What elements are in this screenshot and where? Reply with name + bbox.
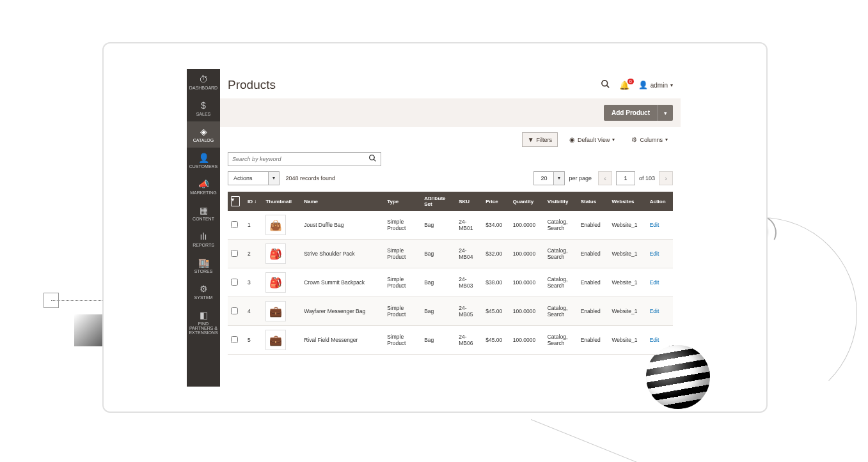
cell-sku: 24-MB03 (455, 268, 482, 297)
edit-link[interactable]: Edit (650, 222, 659, 228)
search-submit-icon[interactable] (365, 154, 381, 164)
cell-quantity: 100.0000 (510, 326, 544, 355)
default-view-button[interactable]: ◉ Default View ▾ (564, 133, 620, 146)
th-websites[interactable]: Websites (608, 192, 646, 211)
filters-label: Filters (537, 137, 553, 143)
edit-link[interactable]: Edit (650, 337, 659, 343)
th-status[interactable]: Status (578, 192, 609, 211)
cell-id: 2 (244, 240, 262, 268)
notifications-icon[interactable]: 🔔0 (619, 81, 629, 90)
sidebar-item-marketing[interactable]: 📣MARKETING (187, 174, 220, 200)
edit-link[interactable]: Edit (650, 308, 659, 314)
table-row[interactable]: 4💼Wayfarer Messenger BagSimple ProductBa… (228, 297, 673, 326)
table-row[interactable]: 2🎒Strive Shoulder PackSimple ProductBag2… (228, 240, 673, 268)
sidebar-label: CONTENT (193, 217, 214, 221)
bulk-actions-select[interactable]: Actions ▾ (228, 171, 280, 185)
next-page-button[interactable]: › (659, 171, 673, 185)
cell-status: Enabled (578, 326, 609, 355)
sidebar-item-sales[interactable]: $SALES (187, 95, 220, 121)
prev-page-button[interactable]: ‹ (598, 171, 612, 185)
row-checkbox[interactable] (231, 336, 238, 343)
sidebar-item-system[interactable]: ⚙SYSTEM (187, 279, 220, 305)
cell-attribute-set: Bag (421, 297, 455, 326)
cell-type: Simple Product (384, 326, 421, 355)
cell-quantity: 100.0000 (510, 297, 544, 326)
sidebar-label: MARKETING (190, 190, 217, 195)
th-thumbnail[interactable]: Thumbnail (262, 192, 301, 211)
columns-button[interactable]: ⚙ Columns ▾ (626, 133, 673, 146)
stage: ⏱DASHBOARD$SALES◈CATALOG👤CUSTOMERS📣MARKE… (0, 0, 868, 462)
sidebar-icon: 👤 (188, 153, 219, 163)
th-visibility[interactable]: Visibility (544, 192, 578, 211)
caret-down-icon: ▾ (612, 137, 615, 142)
edit-link[interactable]: Edit (650, 279, 659, 286)
per-page-label: per page (569, 175, 592, 181)
grid-toolbar: ▼ Filters ◉ Default View ▾ ⚙ Columns ▾ (220, 127, 681, 152)
svg-line-1 (606, 85, 609, 88)
cell-price: $38.00 (482, 268, 510, 297)
cell-visibility: Catalog, Search (544, 326, 578, 355)
edit-link[interactable]: Edit (650, 250, 659, 257)
cell-attribute-set: Bag (421, 240, 455, 268)
product-thumbnail: 💼 (265, 301, 286, 321)
per-page-select[interactable]: 20 ▾ (533, 171, 565, 185)
sidebar-label: FIND PARTNERS & EXTENSIONS (189, 321, 217, 335)
add-product-button[interactable]: Add Product (604, 105, 658, 121)
cell-name: Joust Duffle Bag (301, 211, 384, 240)
row-checkbox[interactable] (231, 250, 238, 257)
sidebar-item-stores[interactable]: 🏬STORES (187, 252, 220, 279)
row-checkbox[interactable] (231, 221, 238, 228)
cell-visibility: Catalog, Search (544, 211, 578, 240)
search-row (220, 152, 681, 171)
th-action[interactable]: Action (647, 192, 673, 211)
cell-name: Crown Summit Backpack (301, 268, 384, 297)
sidebar-item-catalog[interactable]: ◈CATALOG (187, 121, 220, 148)
th-price[interactable]: Price (482, 192, 510, 211)
sidebar-icon: ⏱ (188, 74, 219, 84)
search-input[interactable] (228, 153, 365, 166)
sidebar-item-dashboard[interactable]: ⏱DASHBOARD (187, 69, 220, 95)
user-menu[interactable]: 👤 admin ▾ (638, 81, 673, 89)
table-row[interactable]: 1👜Joust Duffle BagSimple ProductBag24-MB… (228, 211, 673, 240)
sidebar-icon: ◈ (188, 127, 219, 137)
cell-id: 1 (244, 211, 262, 240)
sort-icon: ↓ (254, 199, 256, 204)
sidebar-item-content[interactable]: ▦CONTENT (187, 200, 220, 226)
sidebar-item-find-partners-extensions[interactable]: ◧FIND PARTNERS & EXTENSIONS (187, 305, 220, 340)
row-checkbox[interactable] (231, 307, 238, 314)
cell-type: Simple Product (384, 297, 421, 326)
cell-name: Wayfarer Messenger Bag (301, 297, 384, 326)
pager: ‹ of 103 › (598, 171, 673, 185)
page-title: Products (228, 78, 601, 92)
cell-price: $45.00 (482, 326, 510, 355)
table-row[interactable]: 3🎒Crown Summit BackpackSimple ProductBag… (228, 268, 673, 297)
cell-price: $45.00 (482, 297, 510, 326)
search-icon[interactable] (601, 79, 610, 91)
sidebar-item-reports[interactable]: ılıREPORTS (187, 226, 220, 252)
sidebar-item-customers[interactable]: 👤CUSTOMERS (187, 148, 220, 174)
page-input[interactable] (616, 171, 635, 185)
table-wrap: ▾ ID↓ Thumbnail Name Type Attribute Set … (220, 192, 681, 355)
th-type[interactable]: Type (384, 192, 421, 211)
header-icons: 🔔0 👤 admin ▾ (601, 79, 673, 91)
page-header: Products 🔔0 👤 admin ▾ (220, 69, 681, 98)
th-name[interactable]: Name (301, 192, 384, 211)
select-all-checkbox[interactable]: ▾ (231, 196, 240, 206)
table-row[interactable]: 5💼Rival Field MessengerSimple ProductBag… (228, 326, 673, 355)
cell-websites: Website_1 (608, 326, 646, 355)
sidebar-icon: ▦ (188, 205, 219, 215)
add-product-dropdown[interactable]: ▾ (658, 105, 673, 121)
funnel-icon: ▼ (528, 136, 534, 143)
th-quantity[interactable]: Quantity (510, 192, 544, 211)
filters-button[interactable]: ▼ Filters (522, 132, 558, 147)
cell-price: $32.00 (482, 240, 510, 268)
th-attribute-set[interactable]: Attribute Set (421, 192, 455, 211)
th-sku[interactable]: SKU (455, 192, 482, 211)
th-id[interactable]: ID↓ (244, 192, 262, 211)
gear-icon: ⚙ (631, 136, 637, 143)
per-page-control: 20 ▾ per page (533, 171, 592, 185)
row-checkbox[interactable] (231, 279, 238, 286)
th-select-all[interactable]: ▾ (228, 192, 244, 211)
cell-quantity: 100.0000 (510, 268, 544, 297)
cell-attribute-set: Bag (421, 211, 455, 240)
